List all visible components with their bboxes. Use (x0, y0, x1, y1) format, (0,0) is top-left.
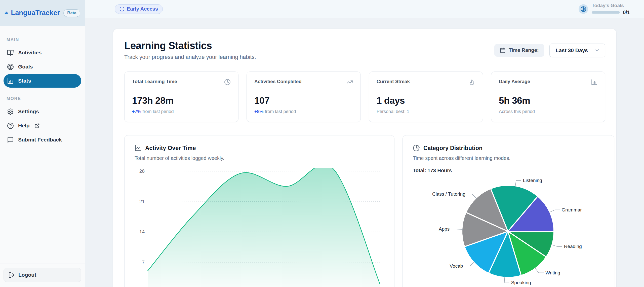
pie-slice-label: Reading (564, 244, 582, 249)
info-icon (119, 7, 125, 12)
chart-total: Total: 173 Hours (413, 168, 604, 173)
help-circle-icon (7, 122, 14, 129)
y-axis-tick: 14 (139, 229, 145, 234)
pie-slice-label: Speaking (511, 280, 531, 285)
sidebar-item-stats[interactable]: Stats (4, 74, 81, 88)
page-subtitle: Track your progress and analyze your lea… (124, 54, 256, 60)
stat-value: 5h 36m (499, 95, 597, 106)
stat-title: Current Streak (377, 79, 410, 84)
sidebar-item-label: Activities (18, 50, 42, 56)
stat-card-current-streak: Current Streak 1 days Personal best: 1 (369, 71, 483, 122)
pie-label-leader (465, 262, 474, 266)
y-axis-tick: 7 (142, 260, 145, 265)
sidebar-nav: MAIN Activities Goals Stats MORE (0, 26, 85, 264)
pie-slice-label: Class / Tutoring (432, 191, 465, 197)
goals-progress-bar (592, 11, 620, 14)
app-root: A C LanguaTracker Beta MAIN Activities G… (0, 0, 644, 287)
sidebar-item-label: Stats (18, 78, 31, 84)
line-chart-icon (135, 145, 142, 152)
pie-slice-label: Listening (523, 178, 542, 183)
activity-area-chart[interactable]: 07142128 (135, 168, 384, 287)
chart-subtitle: Total number of activities logged weekly… (135, 155, 384, 161)
y-axis-tick: 21 (139, 199, 145, 204)
pie-slice-label: Vocab (450, 263, 463, 269)
stat-value: 173h 28m (132, 95, 231, 106)
goals-target-icon-wrap (579, 4, 588, 14)
learning-statistics-panel: Learning Statistics Track your progress … (113, 29, 617, 287)
sidebar: A C LanguaTracker Beta MAIN Activities G… (0, 0, 85, 287)
sidebar-footer: Logout (0, 264, 85, 287)
pie-label-leader (549, 210, 560, 212)
bar-chart-icon (591, 79, 597, 85)
stat-note: Across this period (499, 109, 535, 114)
time-range-chip: Time Range: (494, 44, 544, 57)
sidebar-item-submit-feedback[interactable]: Submit Feedback (4, 133, 81, 147)
stat-title: Total Learning Time (132, 79, 177, 84)
sidebar-item-label: Help (18, 123, 30, 129)
pie-chart-icon (413, 145, 420, 152)
pie-label-leader (467, 194, 476, 199)
stat-card-total-learning-time: Total Learning Time 173h 28m +7% from la… (124, 71, 238, 122)
message-square-icon (7, 136, 14, 143)
flame-icon (469, 79, 475, 85)
sidebar-section-main: MAIN (4, 37, 81, 42)
category-distribution-card: Category Distribution Time spent across … (403, 135, 614, 287)
category-pie-chart-svg: ListeningGrammarReadingWritingSpeakingVo… (413, 176, 604, 287)
stat-title: Activities Completed (254, 79, 302, 84)
beta-badge: Beta (63, 9, 80, 17)
stat-value: 107 (254, 95, 353, 106)
logout-icon (8, 272, 15, 278)
sidebar-item-settings[interactable]: Settings (4, 105, 81, 118)
chart-title: Category Distribution (423, 145, 482, 152)
todays-goals-widget[interactable]: Today's Goals 0/1 (579, 3, 630, 15)
pie-slice-label: Writing (545, 270, 560, 275)
sidebar-item-goals[interactable]: Goals (4, 60, 81, 74)
topbar: Early Access Today's Goals 0/1 (85, 0, 644, 18)
stat-delta: +7% (132, 109, 141, 114)
sidebar-item-activities[interactable]: Activities (4, 46, 81, 59)
sidebar-item-label: Settings (18, 109, 39, 115)
pie-label-leader (451, 229, 463, 229)
page-title: Learning Statistics (124, 40, 256, 51)
stat-delta: +8% (254, 109, 264, 114)
target-icon (580, 6, 587, 12)
stat-title: Daily Average (499, 79, 530, 84)
sidebar-item-label: Submit Feedback (18, 137, 62, 143)
app-logo-icon: A C (5, 7, 8, 19)
early-access-label: Early Access (127, 6, 158, 12)
early-access-badge: Early Access (115, 4, 163, 14)
todays-goals-label: Today's Goals (592, 3, 624, 8)
pie-slice-label: Apps (439, 226, 450, 232)
logout-label: Logout (18, 272, 36, 278)
chart-title: Activity Over Time (145, 145, 196, 152)
category-pie-chart[interactable]: ListeningGrammarReadingWritingSpeakingVo… (413, 176, 604, 287)
logout-button[interactable]: Logout (4, 268, 81, 282)
book-open-icon (7, 49, 14, 56)
stat-card-activities-completed: Activities Completed 107 +8% from last p… (247, 71, 361, 122)
clock-icon (224, 79, 231, 85)
gear-icon (7, 108, 14, 115)
external-link-icon (34, 123, 40, 128)
time-range-label: Time Range: (509, 47, 539, 53)
activity-area-chart-svg: 07142128 (135, 168, 384, 287)
sidebar-section-more: MORE (4, 96, 81, 101)
main-content: Learning Statistics Track your progress … (85, 18, 644, 287)
y-axis-tick: 28 (139, 168, 145, 174)
target-icon (7, 63, 14, 70)
stat-note: from last period (264, 109, 296, 114)
sidebar-item-label: Goals (18, 64, 33, 70)
stat-value: 1 days (377, 95, 475, 106)
sidebar-header: A C LanguaTracker Beta (0, 0, 85, 26)
bar-chart-icon (7, 78, 14, 84)
sidebar-item-help[interactable]: Help (4, 119, 81, 132)
time-range-select[interactable]: Last 30 Days (549, 44, 605, 57)
pie-label-leader (551, 245, 562, 246)
todays-goals-value: 0/1 (623, 10, 630, 15)
chevron-down-icon (594, 48, 600, 53)
pie-slice-label: Grammar (561, 207, 582, 212)
activity-over-time-card: Activity Over Time Total number of activ… (124, 135, 394, 287)
stat-note: Personal best: 1 (377, 109, 409, 114)
calendar-icon (500, 47, 506, 53)
stat-note: from last period (141, 109, 174, 114)
chart-subtitle: Time spent across different learning mod… (413, 155, 604, 161)
